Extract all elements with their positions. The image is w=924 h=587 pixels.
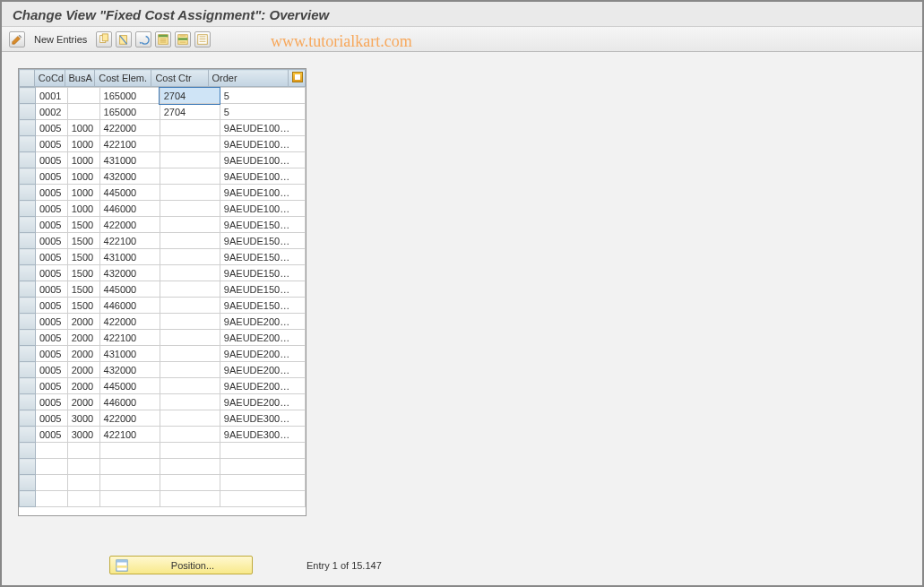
cell-busa[interactable]: 3000: [67, 410, 99, 427]
select-block-button[interactable]: [175, 31, 191, 47]
row-selector[interactable]: [20, 378, 36, 394]
cell-order[interactable]: 9AEUDE200…: [220, 346, 305, 362]
cell-order[interactable]: 9AEUDE200…: [220, 378, 305, 394]
row-selector[interactable]: [20, 249, 36, 265]
cell-costelem[interactable]: 422100: [99, 233, 160, 249]
cell-cocd[interactable]: 0005: [35, 330, 67, 346]
cell-cocd[interactable]: 0005: [35, 410, 67, 427]
cell-costelem[interactable]: 446000: [99, 298, 160, 314]
cell-empty[interactable]: [67, 443, 99, 459]
cell-costctr[interactable]: [160, 136, 220, 152]
row-selector[interactable]: [20, 233, 36, 249]
copy-button[interactable]: [96, 31, 112, 47]
cell-order[interactable]: 9AEUDE100…: [220, 185, 305, 201]
col-header-costctr[interactable]: Cost Ctr: [151, 70, 208, 87]
cell-order[interactable]: 9AEUDE150…: [220, 249, 305, 265]
table-config-button[interactable]: [289, 70, 306, 87]
row-selector[interactable]: [20, 265, 36, 281]
cell-costctr[interactable]: [160, 265, 220, 281]
cell-busa[interactable]: 2000: [67, 314, 99, 330]
cell-costctr[interactable]: 2704: [160, 88, 220, 104]
cell-empty[interactable]: [99, 459, 160, 475]
cell-costctr[interactable]: [160, 217, 220, 233]
cell-cocd[interactable]: 0005: [35, 427, 67, 443]
row-selector[interactable]: [20, 443, 36, 459]
row-selector[interactable]: [20, 427, 36, 443]
row-selector[interactable]: [20, 362, 36, 378]
cell-cocd[interactable]: 0005: [35, 265, 67, 281]
col-header-cocd[interactable]: CoCd: [34, 70, 65, 87]
cell-order[interactable]: 9AEUDE150…: [220, 281, 305, 298]
deselect-button[interactable]: [194, 31, 211, 47]
cell-order[interactable]: 9AEUDE300…: [220, 410, 305, 427]
cell-cocd[interactable]: 0005: [35, 168, 67, 185]
cell-costctr[interactable]: [160, 314, 220, 330]
row-selector[interactable]: [20, 410, 36, 427]
cell-empty[interactable]: [67, 475, 99, 491]
cell-busa[interactable]: 1000: [67, 136, 99, 152]
cell-costelem[interactable]: 431000: [99, 249, 160, 265]
cell-busa[interactable]: 2000: [67, 330, 99, 346]
cell-costctr[interactable]: [160, 362, 220, 378]
cell-costelem[interactable]: 432000: [99, 265, 160, 281]
cell-empty[interactable]: [35, 459, 67, 475]
cell-cocd[interactable]: 0002: [35, 104, 67, 120]
cell-cocd[interactable]: 0005: [35, 201, 67, 217]
cell-costelem[interactable]: 445000: [99, 185, 160, 201]
cell-busa[interactable]: 1500: [67, 249, 99, 265]
cell-cocd[interactable]: 0005: [35, 362, 67, 378]
row-selector[interactable]: [20, 281, 36, 298]
cell-order[interactable]: 9AEUDE150…: [220, 217, 305, 233]
cell-busa[interactable]: 1500: [67, 233, 99, 249]
cell-costelem[interactable]: 422100: [99, 427, 160, 443]
row-selector[interactable]: [20, 152, 36, 168]
cell-costelem[interactable]: 432000: [99, 362, 160, 378]
cell-cocd[interactable]: 0005: [35, 120, 67, 136]
position-button[interactable]: Position...: [109, 556, 253, 574]
cell-costelem[interactable]: 422000: [99, 217, 160, 233]
cell-costelem[interactable]: 422100: [99, 330, 160, 346]
cell-costelem[interactable]: 422000: [99, 410, 160, 427]
cell-busa[interactable]: 1500: [67, 217, 99, 233]
cell-cocd[interactable]: 0001: [35, 88, 67, 104]
cell-costelem[interactable]: 431000: [99, 346, 160, 362]
cell-costelem[interactable]: 165000: [99, 104, 160, 120]
cell-busa[interactable]: 1000: [67, 120, 99, 136]
cell-busa[interactable]: [67, 88, 99, 104]
cell-order[interactable]: 9AEUDE150…: [220, 265, 305, 281]
cell-empty[interactable]: [160, 443, 220, 459]
cell-order[interactable]: 5: [220, 88, 305, 104]
cell-empty[interactable]: [99, 491, 160, 507]
cell-order[interactable]: 9AEUDE100…: [220, 168, 305, 185]
cell-order[interactable]: 9AEUDE200…: [220, 362, 305, 378]
row-selector[interactable]: [20, 217, 36, 233]
cell-costctr[interactable]: [160, 152, 220, 168]
cell-cocd[interactable]: 0005: [35, 298, 67, 314]
row-selector[interactable]: [20, 120, 36, 136]
cell-costelem[interactable]: 422100: [99, 136, 160, 152]
cell-busa[interactable]: 1500: [67, 281, 99, 298]
cell-busa[interactable]: 3000: [67, 427, 99, 443]
cell-empty[interactable]: [220, 443, 305, 459]
cell-costelem[interactable]: 446000: [99, 394, 160, 410]
cell-costelem[interactable]: 165000: [99, 88, 160, 104]
col-header-costelem[interactable]: Cost Elem.: [95, 70, 151, 87]
cell-busa[interactable]: 1000: [67, 185, 99, 201]
cell-order[interactable]: 9AEUDE100…: [220, 136, 305, 152]
cell-cocd[interactable]: 0005: [35, 378, 67, 394]
row-selector[interactable]: [20, 475, 36, 491]
row-selector[interactable]: [20, 491, 36, 507]
cell-busa[interactable]: 2000: [67, 378, 99, 394]
cell-busa[interactable]: 2000: [67, 346, 99, 362]
cell-cocd[interactable]: 0005: [35, 346, 67, 362]
cell-order[interactable]: 9AEUDE100…: [220, 152, 305, 168]
cell-empty[interactable]: [160, 475, 220, 491]
cell-cocd[interactable]: 0005: [35, 233, 67, 249]
cell-empty[interactable]: [99, 443, 160, 459]
cell-costelem[interactable]: 422000: [99, 314, 160, 330]
row-selector[interactable]: [20, 136, 36, 152]
cell-busa[interactable]: 1000: [67, 201, 99, 217]
col-header-busa[interactable]: BusA: [65, 70, 95, 87]
cell-empty[interactable]: [160, 459, 220, 475]
cell-costctr[interactable]: [160, 201, 220, 217]
